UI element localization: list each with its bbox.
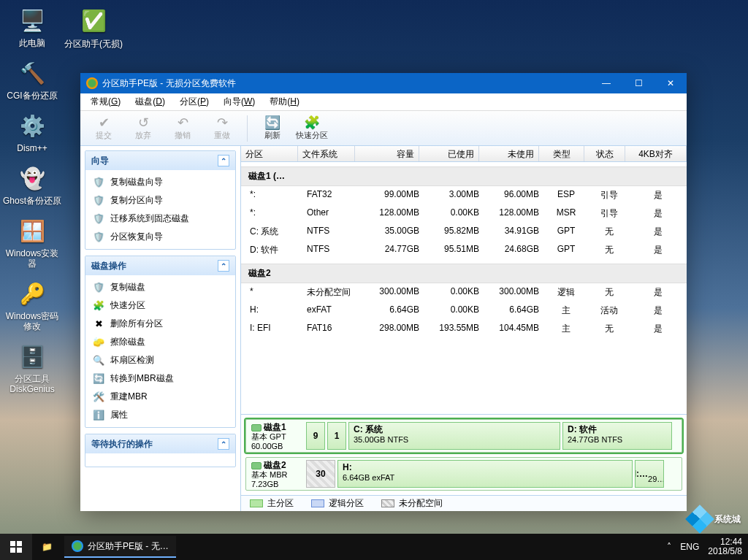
legend-item: 主分区	[250, 497, 294, 510]
column-header[interactable]: 未使用	[479, 146, 539, 161]
partition-row[interactable]: *:FAT3299.00MB3.00MB96.00MBESP引导是	[241, 186, 687, 204]
legend: 主分区逻辑分区未分配空间	[241, 495, 687, 511]
desktop-icon-label: CGI备份还原	[3, 91, 61, 101]
disk-icon	[251, 424, 262, 431]
cell: exFAT	[302, 303, 359, 318]
desktop-icon[interactable]: ⚙️Dism++	[3, 111, 61, 153]
disk-map-partition[interactable]: H:6.64GB exFAT	[337, 460, 633, 488]
sidebar-item[interactable]: ✖删除所有分区	[85, 315, 235, 333]
toolbar-icon: 🧩	[304, 115, 320, 130]
column-header[interactable]: 文件系统	[298, 146, 355, 161]
partition-row[interactable]: I: EFIFAT16298.00MB193.55MB104.45MB主无是	[241, 320, 687, 338]
panel-header[interactable]: 等待执行的操作 ⌃	[85, 434, 235, 453]
close-button[interactable]: ✕	[654, 73, 687, 93]
cell: GPT	[543, 242, 589, 258]
minimize-button[interactable]: ―	[590, 73, 622, 93]
sidebar-item-icon: 🧽	[93, 337, 104, 348]
column-header[interactable]: 状态	[584, 146, 625, 161]
sidebar-item[interactable]: 🔄转换到MBR磁盘	[85, 369, 235, 388]
column-header[interactable]: 已使用	[419, 146, 479, 161]
tray-up-icon[interactable]: ˄	[667, 542, 671, 552]
sidebar-item-icon: 🛠️	[93, 391, 104, 403]
partition-row[interactable]: C: 系统NTFS35.00GB95.82MB34.91GBGPT无是	[241, 223, 687, 241]
desktop-glyph-icon: 🔑	[18, 279, 47, 308]
partition-row[interactable]: D: 软件NTFS24.77GB95.51MB24.68GBGPT无是	[241, 241, 687, 259]
menubar: 常规(G)磁盘(D)分区(P)向导(W)帮助(H)	[80, 93, 687, 111]
disk-map-partition[interactable]: 30	[306, 460, 335, 488]
cell: 是	[630, 242, 687, 258]
disk-map-partition[interactable]: I:…29…	[635, 460, 664, 488]
menu-item[interactable]: 分区(P)	[174, 94, 215, 110]
desktop-icon[interactable]: 🪟Windows安装器	[3, 216, 61, 269]
cell: 0.00KB	[424, 303, 484, 318]
sidebar-item[interactable]: 🛡️复制磁盘	[85, 278, 235, 296]
start-button[interactable]	[0, 534, 32, 560]
desktop-icon[interactable]: 🗄️分区工具DiskGenius	[3, 342, 61, 394]
cell: *:	[245, 206, 302, 221]
sidebar-item-icon: 🛡️	[93, 282, 104, 294]
sidebar-item[interactable]: ℹ️属性	[85, 406, 235, 424]
sidebar-item[interactable]: 🔍坏扇区检测	[85, 351, 235, 369]
toolbar-icon: ↶	[178, 115, 188, 130]
disk-map[interactable]: 磁盘2基本 MBR7.23GB30H:6.64GB exFATI:…29…	[245, 457, 682, 491]
collapse-icon[interactable]: ⌃	[218, 155, 229, 166]
partition-row[interactable]: *未分配空间300.00MB0.00KB300.00MB逻辑无是	[241, 283, 687, 302]
panel-diskops: 磁盘操作 ⌃ 🛡️复制磁盘🧩快速分区✖删除所有分区🧽擦除磁盘🔍坏扇区检测🔄转换到…	[85, 256, 236, 428]
desktop-icon-label: Windows安装器	[3, 248, 61, 269]
sidebar-item[interactable]: 🛡️分区恢复向导	[85, 228, 235, 246]
collapse-icon[interactable]: ⌃	[218, 260, 229, 272]
disk-map[interactable]: 磁盘1基本 GPT60.00GB91C: 系统35.00GB NTFSD: 软件…	[245, 419, 682, 453]
column-header[interactable]: 4KB对齐	[625, 146, 687, 161]
desktop-icon[interactable]: 🔨CGI备份还原	[3, 58, 61, 101]
sidebar: 向导 ⌃ 🛡️复制磁盘向导🛡️复制分区向导🛡️迁移系统到固态磁盘🛡️分区恢复向导…	[80, 146, 241, 511]
menu-item[interactable]: 常规(G)	[85, 94, 126, 110]
explorer-button[interactable]: 📁	[32, 534, 61, 560]
sidebar-item-icon: 🔍	[93, 355, 104, 367]
partition-row[interactable]: H:exFAT6.64GB0.00KB6.64GB主活动是	[241, 302, 687, 320]
watermark-text: 系统城	[714, 513, 741, 526]
disk-group-header[interactable]: 磁盘2	[241, 264, 687, 283]
cell: 300.00MB	[359, 285, 424, 300]
sidebar-item[interactable]: 🛠️重建MBR	[85, 388, 235, 406]
menu-item[interactable]: 向导(W)	[218, 94, 261, 110]
maximize-button[interactable]: ☐	[622, 73, 654, 93]
disk-map-partition[interactable]: 1	[327, 422, 346, 450]
cell: 3.00MB	[424, 188, 484, 203]
sidebar-item-label: 重建MBR	[110, 391, 148, 403]
sidebar-item[interactable]: 🧽擦除磁盘	[85, 333, 235, 351]
desktop-icon[interactable]: 🖥️此电脑	[3, 6, 61, 48]
toolbar-label: 提交	[96, 130, 112, 141]
partition-row[interactable]: *:Other128.00MB0.00KB128.00MBMSR引导是	[241, 204, 687, 223]
disk-map-partition[interactable]: 9	[306, 422, 325, 450]
desktop-icon[interactable]: 🔑Windows密码修改	[3, 279, 61, 331]
sidebar-item[interactable]: 🛡️迁移系统到固态磁盘	[85, 210, 235, 228]
disk-map-partition[interactable]: C: 系统35.00GB NTFS	[348, 422, 560, 450]
toolbar-button-刷新[interactable]: 🔄刷新	[253, 112, 291, 145]
sidebar-item[interactable]: 🛡️复制分区向导	[85, 191, 235, 210]
column-header[interactable]: 分区	[241, 146, 298, 161]
toolbar-separator	[247, 115, 248, 142]
collapse-icon[interactable]: ⌃	[218, 438, 229, 450]
app-window: 分区助手PE版 - 无损分区免费软件 ― ☐ ✕ 常规(G)磁盘(D)分区(P)…	[80, 73, 687, 511]
cell: D: 软件	[245, 242, 302, 258]
titlebar[interactable]: 分区助手PE版 - 无损分区免费软件 ― ☐ ✕	[80, 73, 687, 93]
panel-header[interactable]: 磁盘操作 ⌃	[85, 256, 235, 275]
column-header[interactable]: 容量	[355, 146, 419, 161]
column-header[interactable]: 类型	[539, 146, 584, 161]
cell: 6.64GB	[359, 303, 424, 318]
sidebar-item[interactable]: 🧩快速分区	[85, 296, 235, 315]
clock[interactable]: 12:44 2018/5/8	[708, 537, 742, 556]
panel-header[interactable]: 向导 ⌃	[85, 151, 235, 170]
disk-map-partition[interactable]: D: 软件24.77GB NTFS	[562, 422, 672, 450]
ime-indicator[interactable]: ENG	[680, 542, 699, 552]
sidebar-item[interactable]: 🛡️复制磁盘向导	[85, 173, 235, 191]
toolbar-button-快速分区[interactable]: 🧩快速分区	[293, 112, 331, 145]
desktop-icon[interactable]: 👻Ghost备份还原	[3, 164, 61, 206]
taskbar-item[interactable]: 分区助手PE版 - 无…	[64, 536, 176, 558]
disk-group-header[interactable]: 磁盘1 (…	[241, 166, 687, 186]
menu-item[interactable]: 磁盘(D)	[129, 94, 171, 110]
desktop-icon-partition-assistant[interactable]: ✅ 分区助手(无损)	[64, 6, 123, 50]
desktop-glyph-icon: 🗄️	[18, 342, 47, 371]
menu-item[interactable]: 帮助(H)	[264, 94, 305, 110]
desktop-icon-label: Ghost备份还原	[3, 196, 61, 206]
